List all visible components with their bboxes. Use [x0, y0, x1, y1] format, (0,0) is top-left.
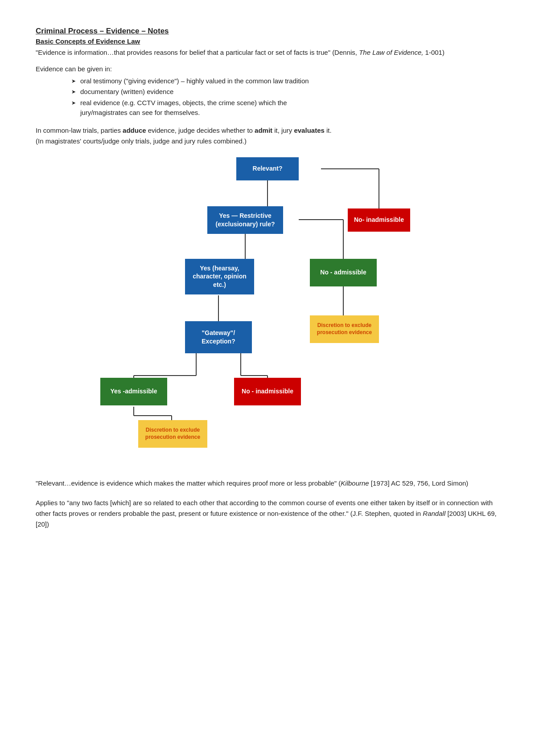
- list-item: real evidence (e.g. CCTV images, objects…: [71, 98, 499, 118]
- evidence-intro: Evidence can be given in:: [36, 65, 499, 73]
- discretion-bot-box: Discretion to exclude prosecution eviden…: [138, 420, 207, 448]
- no-inadmissible-top-box: No- inadmissible: [348, 208, 410, 232]
- yes-hearsay-box: Yes (hearsay, character, opinion etc.): [185, 259, 254, 294]
- list-item: documentary (written) evidence: [71, 87, 499, 97]
- relevant-box: Relevant?: [236, 157, 299, 180]
- flowchart-container: Relevant? Yes — Restrictive (exclusionar…: [36, 157, 499, 460]
- yes-restrictive-box: Yes — Restrictive (exclusionary) rule?: [207, 206, 283, 234]
- common-law-text: In common-law trials, parties adduce evi…: [36, 125, 499, 147]
- kilbourne-ref: Kilbourne: [341, 479, 369, 487]
- gateway-box: "Gateway"/ Exception?: [185, 321, 252, 353]
- book-title: The Law of Evidence,: [359, 49, 423, 56]
- list-item: oral testimony ("giving evidence") – hig…: [71, 76, 499, 86]
- intro-quote: "Evidence is information…that provides r…: [36, 48, 499, 58]
- section-title: Basic Concepts of Evidence Law: [36, 37, 499, 45]
- discretion-top-box: Discretion to exclude prosecution eviden…: [310, 315, 379, 343]
- no-inadmissible-bot-box: No - inadmissible: [234, 378, 301, 405]
- evidence-bullet-list: oral testimony ("giving evidence") – hig…: [71, 76, 499, 118]
- randall-ref: Randall: [423, 510, 445, 517]
- no-admissible-box: No - admissible: [310, 259, 377, 286]
- quote1: "Relevant…evidence is evidence which mak…: [36, 478, 499, 489]
- quote2: Applies to "any two facts [which] are so…: [36, 498, 499, 530]
- yes-admissible-box: Yes -admissible: [100, 378, 167, 405]
- page-title: Criminal Process – Evidence – Notes: [36, 27, 499, 36]
